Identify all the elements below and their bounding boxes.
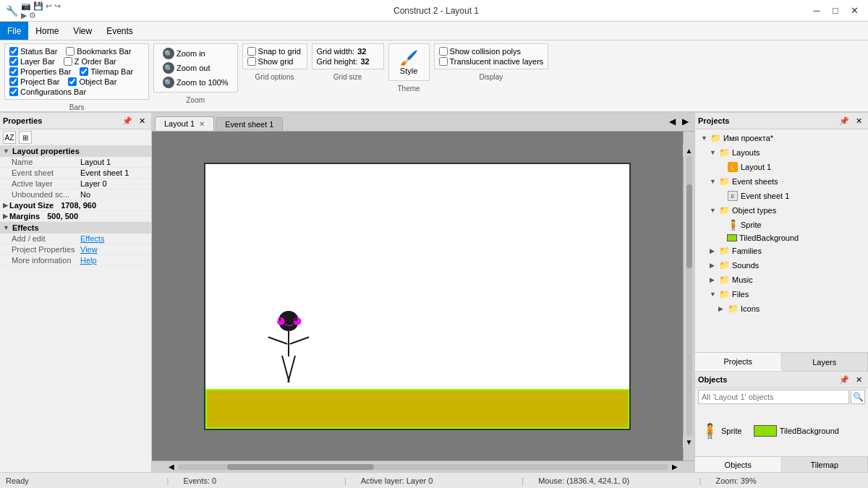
zoom-100-button[interactable]: 🔍 Zoom to 100% [158,76,233,89]
hscroll-track[interactable] [178,464,668,470]
obj-item-tiled[interactable]: TiledBackground [754,425,839,437]
tiled-background-object[interactable] [205,389,629,429]
show-collision-checkbox[interactable] [439,47,448,56]
props-layout-size-value: 1708, 960 [61,201,96,210]
menu-home[interactable]: Home [28,22,66,40]
sort-az-button[interactable]: AZ [3,131,16,144]
props-pin-button[interactable]: 📌 [121,114,134,127]
vertical-scrollbar[interactable]: ▲ ▼ [683,132,694,461]
music-arrow: ▶ [710,276,718,283]
props-row-more-info: More information Help [0,255,151,266]
minimize-button[interactable]: ─ [809,3,825,19]
files-folder-icon: 📁 [718,288,730,300]
props-expand-margins[interactable]: ▶ Margins 500, 500 [0,211,151,222]
tree-sounds[interactable]: ▶ 📁 Sounds [695,258,868,273]
z-order-bar-checkbox[interactable] [64,57,72,66]
props-sort-row: AZ ⊞ [0,129,151,145]
horizontal-scrollbar[interactable]: ◀ ▶ [152,461,694,472]
tab-events1[interactable]: Event sheet 1 [216,117,283,131]
style-button[interactable]: 🖌️ Style [393,47,425,77]
hscroll-right-button[interactable]: ▶ [668,461,681,473]
objects-close-button[interactable]: ✕ [852,373,865,386]
zoom-in-button[interactable]: 🔍 Zoom in [158,47,233,60]
props-link-effects[interactable]: Effects [80,234,104,243]
objects-search-input[interactable] [698,390,849,404]
props-link-view[interactable]: View [80,245,98,254]
event-sheet1-icon: E [727,190,739,202]
show-grid-checkbox[interactable] [247,57,256,66]
effects-section[interactable]: ▼ Effects [0,222,151,234]
right-panel: Projects 📌 ✕ ▼ 📁 Имя проекта* ▼ 📁 Layout… [694,113,868,472]
proj-close-button[interactable]: ✕ [852,114,865,127]
object-bar-checkbox[interactable] [68,77,77,86]
root-label: Имя проекта* [723,134,773,142]
configurations-bar-checkbox[interactable] [9,87,18,96]
objects-search-button[interactable]: 🔍 [851,390,865,404]
props-row-project-props: Project Properties View [0,244,151,255]
object-types-arrow: ▼ [710,207,718,214]
families-arrow: ▶ [710,247,718,254]
props-expand-layout-size[interactable]: ▶ Layout Size 1708, 960 [0,200,151,211]
menu-view[interactable]: View [66,22,99,40]
tree-sprite[interactable]: 🧍 Sprite [695,218,868,232]
props-value-name: Layout 1 [80,158,148,166]
tree-icons[interactable]: ▶ 📁 Icons [695,301,868,316]
vscroll-down-button[interactable]: ▼ [683,436,695,448]
vscroll-up-button[interactable]: ▲ [683,145,695,156]
tree-event-sheet1[interactable]: E Event sheet 1 [695,189,868,203]
menu-file[interactable]: File [0,22,28,40]
maximize-button[interactable]: □ [827,3,843,19]
close-button[interactable]: ✕ [846,3,862,19]
obj-tab-objects[interactable]: Objects [695,457,782,472]
tabs-scroll-left[interactable]: ◀ [665,115,678,128]
obj-tab-tilemap[interactable]: Tilemap [782,457,869,472]
status-active-layer: Active layer: Layer 0 [361,476,508,485]
tab-layers[interactable]: Layers [782,353,869,371]
object-bar-label: Object Bar [79,77,116,86]
sort-category-button[interactable]: ⊞ [19,131,32,144]
tree-files[interactable]: ▼ 📁 Files [695,287,868,301]
status-mouse: Mouse: (1836.4, 424.1, 0) [538,476,685,485]
props-close-button[interactable]: ✕ [135,114,148,127]
vscroll-track[interactable] [686,156,692,436]
menu-events[interactable]: Events [99,22,140,40]
layout-properties-section[interactable]: ▼ Layout properties [0,145,151,157]
props-row-name: Name Layout 1 [0,157,151,168]
configurations-bar-label: Configurations Bar [20,87,86,96]
tree-families[interactable]: ▶ 📁 Families [695,244,868,258]
hscroll-thumb[interactable] [227,464,374,470]
tab-projects[interactable]: Projects [695,353,782,371]
tree-music[interactable]: ▶ 📁 Music [695,273,868,287]
stickman-right-arm [290,336,310,344]
zoom-out-button[interactable]: 🔍 Zoom out [158,61,233,74]
tree-object-types[interactable]: ▼ 📁 Object types [695,203,868,218]
tree-root[interactable]: ▼ 📁 Имя проекта* [695,131,868,145]
tree-layout1[interactable]: L Layout 1 [695,160,868,174]
bookmarks-bar-checkbox[interactable] [66,47,75,56]
tabs-scroll-right[interactable]: ▶ [678,115,692,128]
families-label: Families [732,247,762,255]
vscroll-thumb[interactable] [686,184,692,268]
tree-event-sheets[interactable]: ▼ 📁 Event sheets [695,174,868,189]
translucent-checkbox[interactable] [439,57,448,66]
layout-canvas[interactable]: ◕‿◕ [204,163,631,430]
tree-layouts[interactable]: ▼ 📁 Layouts [695,145,868,160]
tree-tiled-bg[interactable]: TiledBackground [695,232,868,244]
properties-bar-checkbox[interactable] [9,67,18,76]
display-group-label: Display [435,73,548,81]
hscroll-left-button[interactable]: ◀ [165,461,178,473]
props-link-help[interactable]: Help [80,256,97,265]
objects-pin-button[interactable]: 📌 [838,373,851,386]
project-bar-checkbox[interactable] [9,77,18,86]
sprite-object[interactable]: ◕‿◕ [267,311,310,389]
tab-layout1[interactable]: Layout 1 ✕ [155,116,214,131]
tilemap-bar-checkbox[interactable] [80,67,88,76]
snap-to-grid-checkbox[interactable] [247,47,256,56]
sounds-folder-icon: 📁 [718,260,730,271]
obj-item-sprite[interactable]: 🧍 Sprite [701,422,742,440]
canvas-scroll-area[interactable]: ◕‿◕ [152,132,683,461]
proj-pin-button[interactable]: 📌 [838,114,851,127]
status-bar-checkbox[interactable] [9,47,18,56]
tab-layout1-close[interactable]: ✕ [199,120,205,128]
layer-bar-checkbox[interactable] [9,57,18,66]
